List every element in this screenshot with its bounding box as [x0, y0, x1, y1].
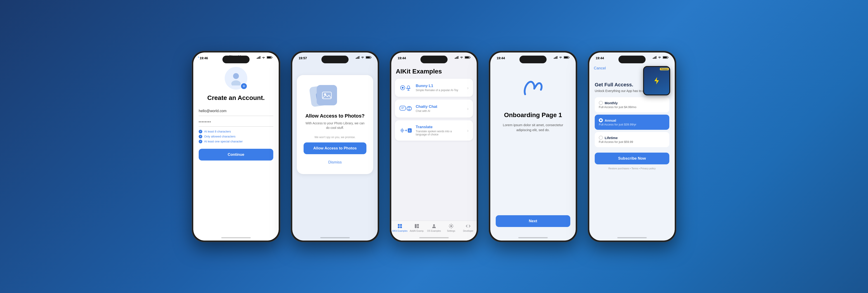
continue-button[interactable]: Continue — [199, 149, 273, 160]
status-icons-4 — [554, 56, 569, 59]
dynamic-island-3 — [421, 56, 447, 63]
premium-badge: Premium — [660, 68, 669, 70]
code-icon — [466, 224, 471, 229]
svg-rect-7 — [267, 57, 271, 58]
status-icons-2 — [356, 56, 371, 59]
svg-text:あ: あ — [408, 129, 411, 132]
plan-lifetime-radio — [599, 136, 603, 140]
tab-addai-icon — [414, 223, 420, 229]
home-indicator-2 — [320, 237, 350, 238]
tab-developer[interactable]: Developer — [460, 223, 477, 232]
svg-rect-22 — [455, 58, 456, 59]
svg-rect-17 — [366, 57, 370, 58]
bunny-chevron — [467, 85, 469, 90]
plan-monthly[interactable]: Monthly Full Access for just $4.99/mo — [595, 97, 669, 112]
svg-rect-66 — [654, 57, 655, 59]
chatty-chevron — [467, 106, 469, 111]
svg-point-61 — [560, 58, 561, 59]
wifi-icon-2 — [361, 56, 364, 59]
avatar-section: + — [193, 67, 279, 90]
password-field: •••••••• — [199, 119, 273, 126]
password-dots: •••••••• — [199, 119, 273, 124]
aikit-card-bunny[interactable]: Bunny L1 Simple Remake of a popular AI-T… — [395, 79, 473, 97]
plan-monthly-name: Monthly — [599, 101, 665, 105]
svg-rect-28 — [470, 57, 470, 58]
validation-text-chars: Only allowed characters — [204, 135, 236, 138]
aikit-card-chatty[interactable]: Chatty Chat Chat with AI — [395, 99, 473, 118]
tab-os-examples[interactable]: OS Examples — [426, 223, 442, 232]
svg-rect-59 — [556, 57, 557, 59]
home-indicator-1 — [221, 237, 251, 238]
tab-os-icon — [431, 223, 437, 229]
phone-screen-onboarding: 19:44 — [490, 53, 576, 240]
lightning-icon — [652, 76, 661, 85]
dynamic-island-2 — [321, 56, 348, 63]
svg-rect-23 — [456, 57, 457, 59]
svg-rect-6 — [272, 57, 272, 58]
dynamic-island-5 — [618, 56, 646, 63]
tab-addai[interactable]: AddAI Examp. — [408, 223, 426, 232]
status-icons-1 — [257, 56, 272, 59]
battery-icon-4 — [564, 56, 569, 59]
subscribe-footer: Restore purchases • Terms • Privacy poli… — [595, 167, 669, 170]
allow-photos-button[interactable]: Allow Access to Photos — [304, 142, 366, 154]
plan-annual[interactable]: Annual Full Access for just $39.99/yr — [595, 115, 669, 130]
email-field — [199, 108, 273, 116]
svg-rect-11 — [357, 57, 358, 59]
svg-rect-10 — [356, 58, 356, 59]
plan-annual-price: Full Access for just $39.99/yr — [599, 123, 665, 126]
phone-subscribe: 19:44 — [588, 51, 676, 242]
subscribe-button[interactable]: Subscribe Now — [595, 153, 669, 164]
privacy-note: We won't spy on you, we promise. — [304, 136, 366, 139]
check-special — [199, 140, 202, 143]
wifi-icon-3 — [460, 56, 463, 59]
status-time-3: 19:44 — [398, 56, 406, 60]
svg-rect-13 — [359, 56, 360, 59]
svg-rect-3 — [260, 56, 260, 59]
phone-screen-photos: 19:57 — [292, 53, 378, 240]
svg-point-31 — [402, 87, 403, 89]
svg-rect-20 — [322, 92, 331, 99]
tab-aikit-examples[interactable]: AIKit Examples — [391, 223, 408, 232]
translate-icon-area: あ — [399, 126, 412, 135]
next-button[interactable]: Next — [496, 215, 570, 227]
plan-lifetime[interactable]: Lifetime Full Access for just $59.99 — [595, 132, 669, 147]
tab-developer-label: Developer — [463, 230, 473, 232]
svg-rect-32 — [407, 86, 410, 89]
photo-icon-front — [322, 91, 332, 100]
photos-title: Allow Access to Photos? — [304, 113, 366, 119]
svg-point-56 — [450, 226, 452, 227]
svg-rect-2 — [259, 57, 259, 59]
subscribe-top-row: Cancel Premium — [589, 66, 675, 95]
email-input[interactable] — [199, 108, 273, 114]
svg-point-21 — [324, 93, 326, 95]
person-tab-icon — [432, 224, 436, 229]
phone-signup: 19:46 — [192, 51, 280, 242]
onboarding-title: Onboarding Page 1 — [504, 111, 562, 119]
person-icon — [229, 71, 243, 85]
svg-rect-12 — [358, 57, 359, 59]
svg-rect-57 — [554, 58, 555, 59]
phone-screen-signup: 19:46 — [193, 53, 279, 240]
translate-desc: Translate spoken words into a language o… — [416, 130, 463, 136]
signal-icon — [257, 56, 260, 59]
aikit-title: AIKit Examples — [396, 68, 472, 75]
svg-point-55 — [433, 224, 435, 226]
tab-settings-icon — [448, 223, 454, 229]
home-indicator-3 — [419, 237, 449, 238]
aikit-card-translate[interactable]: あ Translate Translate spoken words into … — [395, 120, 473, 141]
cancel-button[interactable]: Cancel — [594, 66, 606, 70]
svg-rect-71 — [668, 57, 669, 58]
svg-rect-1 — [258, 57, 258, 59]
battery-icon-3 — [465, 56, 470, 59]
validation-item-chars: Only allowed characters — [199, 135, 273, 138]
tab-settings[interactable]: Settings — [442, 223, 460, 232]
add-photo-button[interactable]: + — [241, 83, 247, 90]
chatty-icon-area — [399, 104, 412, 113]
avatar-circle[interactable]: + — [225, 67, 247, 90]
squiggle-icon — [517, 70, 549, 102]
svg-point-4 — [264, 58, 264, 59]
photos-icon-area — [304, 84, 366, 107]
dismiss-button[interactable]: Dismiss — [304, 157, 366, 167]
wifi-icon-4 — [559, 56, 562, 59]
